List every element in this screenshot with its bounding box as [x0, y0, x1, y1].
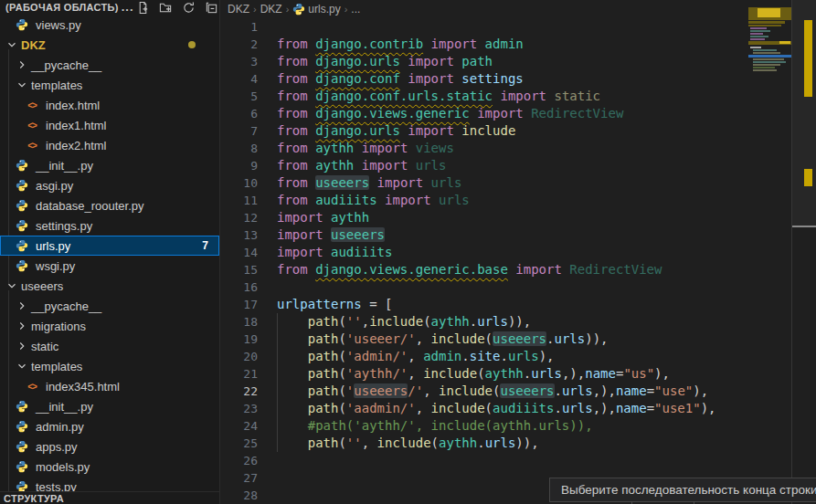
line-number: 27 [220, 471, 277, 485]
code-line[interactable]: 21 path('aythh/', include(aythh.urls,),n… [220, 365, 748, 383]
minimap-line [753, 69, 777, 71]
tree-file-database_roouter.py[interactable]: database_roouter.py [0, 195, 219, 215]
python-icon [15, 158, 29, 173]
breadcrumb-item[interactable]: ... [351, 3, 360, 16]
tree-folder-useeers[interactable]: useeers [0, 276, 219, 296]
minimap-line [748, 55, 791, 58]
tree-file-index2.html[interactable]: <>index2.html [0, 135, 219, 155]
python-icon [15, 439, 29, 454]
tree-file-admin.py[interactable]: admin.py [0, 416, 219, 436]
explorer-sidebar: (РАБОЧАЯ ОБЛАСТЬ) ... views.pyDKZ__ [0, 0, 219, 504]
python-icon [15, 419, 29, 434]
tree-file-index345.html[interactable]: <>index345.html [0, 376, 219, 396]
chevron-right-icon [15, 299, 29, 313]
tree-file-__init__.py[interactable]: __init__.py [0, 396, 219, 416]
code-line[interactable]: 10from useeers import urls [220, 174, 748, 192]
tree-folder-static[interactable]: static [0, 336, 219, 356]
line-number: 14 [220, 246, 277, 259]
more-actions-button[interactable]: ... [122, 4, 134, 11]
breadcrumb-item[interactable]: DKZ [228, 3, 249, 16]
tree-file-apps.py[interactable]: apps.py [0, 436, 219, 457]
tree-folder-__pycache__[interactable]: __pycache__ [0, 55, 219, 75]
tree-folder-templates[interactable]: templates [0, 75, 219, 95]
breadcrumb-item-file[interactable]: urls.py [308, 3, 340, 16]
scrollbar-overview-ruler[interactable] [791, 0, 816, 504]
code-line[interactable]: 17urlpatterns = [ [220, 296, 748, 313]
code-line[interactable]: 4from django.conf import settings [220, 70, 748, 88]
outline-section-header[interactable]: СТРУКТУРА [0, 491, 219, 504]
code-line-text: path('aythh/', include(aythh.urls,),name… [277, 365, 670, 383]
code-line[interactable]: 13import useeers [220, 226, 748, 244]
code-line[interactable]: 26 [220, 452, 748, 469]
refresh-icon[interactable] [182, 0, 196, 15]
code-line[interactable]: 18 path('',include(aythh.urls)), [220, 313, 748, 331]
code-line[interactable]: 6from django.views.generic import Redire… [220, 105, 748, 122]
tree-file-index1.html[interactable]: <>index1.html [0, 115, 219, 135]
code-line[interactable]: 23 path('aadmin/', include(audiiits.urls… [220, 400, 748, 417]
code-area[interactable]: 12from django.contrib import admin3from … [220, 18, 748, 504]
minimap-line [750, 47, 761, 48]
code-line[interactable]: 9from aythh import urls [220, 157, 748, 174]
tree-folder-migrations[interactable]: migrations [0, 316, 219, 336]
code-line[interactable]: 16 [220, 278, 748, 296]
code-line[interactable]: 25 path('', include(aythh.urls)), [220, 435, 748, 452]
code-line[interactable]: 15from django.views.generic.base import … [220, 261, 748, 278]
code-line[interactable]: 22 path('useeers/', include(useeers.urls… [220, 383, 748, 400]
code-line-text: from django.views.generic import Redirec… [277, 105, 623, 122]
minimap[interactable] [748, 0, 791, 504]
code-line[interactable]: 1 [220, 18, 748, 36]
tree-file-urls.py[interactable]: urls.py7 [0, 236, 219, 256]
tree-item-label: models.py [36, 460, 90, 474]
line-number: 12 [220, 211, 277, 225]
tree-file-index.html[interactable]: <>index.html [0, 95, 219, 115]
tree-item-label: apps.py [36, 440, 78, 454]
tree-file-__init__.py[interactable]: __init__.py [0, 155, 219, 175]
line-number: 17 [220, 298, 277, 311]
line-number: 6 [220, 107, 277, 121]
tree-file-asgi.py[interactable]: asgi.py [0, 175, 219, 195]
new-file-icon[interactable] [136, 0, 151, 15]
code-line[interactable]: 20 path('admin/', admin.site.urls), [220, 348, 748, 365]
code-line[interactable]: 11from audiiits import urls [220, 192, 748, 209]
code-line[interactable]: 19 path('useeer/', include(useeers.urls)… [220, 331, 748, 348]
line-number: 16 [220, 280, 277, 294]
new-folder-icon[interactable] [159, 0, 174, 15]
code-line[interactable]: 24 #path('aythh/', include(aythh.urls)), [220, 417, 748, 435]
tree-item-label: static [31, 340, 58, 353]
line-number: 24 [220, 419, 277, 433]
minimap-line [748, 25, 781, 26]
tree-folder-DKZ[interactable]: DKZ [0, 35, 219, 55]
code-line-text: import aythh [277, 209, 369, 226]
line-number: 1 [220, 20, 277, 34]
workspace-title: (РАБОЧАЯ ОБЛАСТЬ) [5, 2, 119, 13]
tree-item-label: DKZ [21, 38, 46, 52]
line-number: 3 [220, 55, 277, 68]
explorer-section-header[interactable]: (РАБОЧАЯ ОБЛАСТЬ) ... [0, 0, 219, 15]
minimap-line [758, 8, 780, 17]
line-number: 11 [220, 194, 277, 207]
tree-file-wsgi.py[interactable]: wsgi.py [0, 256, 219, 276]
breadcrumb-item[interactable]: DKZ [260, 3, 282, 16]
html-icon: <> [25, 379, 39, 394]
code-line[interactable]: 2from django.contrib import admin [220, 36, 748, 53]
code-line[interactable]: 3from django.urls import path [220, 53, 748, 70]
file-tree: views.pyDKZ__pycache__templates<>index.h… [0, 15, 219, 497]
html-icon: <> [25, 118, 39, 132]
code-line[interactable]: 5from django.conf.urls.static import sta… [220, 88, 748, 105]
line-number: 25 [220, 436, 277, 450]
warning-marker [804, 20, 812, 97]
code-line[interactable]: 14import audiiits [220, 244, 748, 261]
tree-item-label: asgi.py [36, 179, 73, 193]
tree-folder-__pycache__[interactable]: __pycache__ [0, 296, 219, 316]
minimap-line [750, 27, 767, 29]
vscode-window: (РАБОЧАЯ ОБЛАСТЬ) ... views.pyDKZ__ [0, 0, 816, 504]
code-line[interactable]: 8from aythh import views [220, 140, 748, 157]
code-line[interactable]: 12import aythh [220, 209, 748, 226]
tree-file-settings.py[interactable]: settings.py [0, 215, 219, 236]
collapse-all-icon[interactable] [205, 0, 219, 15]
code-line-text: #path('aythh/', include(aythh.urls)), [277, 417, 593, 435]
tree-file-views.py[interactable]: views.py [0, 15, 219, 35]
code-line[interactable]: 7from django.urls import include [220, 122, 748, 140]
tree-folder-templates[interactable]: templates [0, 356, 219, 376]
tree-file-models.py[interactable]: models.py [0, 457, 219, 477]
